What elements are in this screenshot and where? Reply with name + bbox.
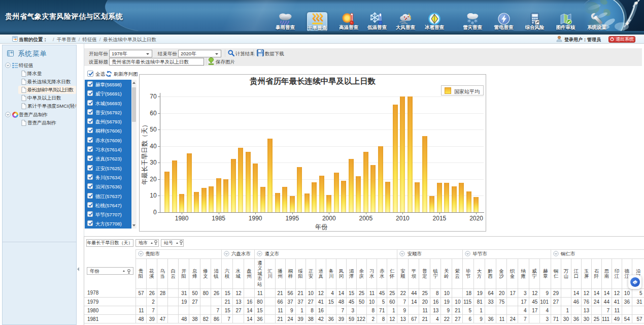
city-group-0[interactable]: 贵阳市 xyxy=(135,250,222,259)
city-group-4[interactable]: 毕节市 xyxy=(463,250,551,259)
station-column-header[interactable]: 纳雍 xyxy=(518,259,529,289)
data-download-button[interactable]: 数据下载 xyxy=(265,51,284,57)
station-column-header[interactable]: 绥阳 xyxy=(295,259,306,289)
city-group-1[interactable]: 六盘水市 xyxy=(222,250,255,259)
station-checkbox[interactable] xyxy=(87,183,93,189)
collapse-icon[interactable] xyxy=(553,251,559,256)
breadcrumb-item[interactable]: 特征值 xyxy=(82,37,97,42)
year-filter-box[interactable]: 年份 xyxy=(87,267,133,275)
station-column-header[interactable]: 铜仁 xyxy=(551,259,561,289)
collapse-icon[interactable] xyxy=(138,251,144,256)
station-column-header[interactable]: 修文 xyxy=(200,259,211,289)
station-checkbox[interactable] xyxy=(87,118,93,124)
splitter-collapse-icon[interactable] xyxy=(77,267,79,271)
station-column-header[interactable]: 织金 xyxy=(507,259,518,289)
chart-title-input[interactable]: 贵州省历年最长连续中旱及以上日数 xyxy=(109,58,204,66)
nav-rainstorm[interactable]: 暴雨普查 xyxy=(275,12,295,31)
station-column-header[interactable]: 余庆 xyxy=(357,259,367,289)
station-item[interactable]: 松桃(57647) xyxy=(85,201,131,210)
start-year-select[interactable]: 1978年 xyxy=(109,50,152,57)
nav-wind[interactable]: 大风普查 xyxy=(395,12,416,31)
tree-group-1[interactable]: 普查产品制作 xyxy=(3,111,76,119)
calc-result-button[interactable]: 计算结果 xyxy=(235,51,255,57)
station-column-header[interactable]: 务川 xyxy=(326,259,336,289)
station-column-header[interactable]: 乌当 xyxy=(157,259,167,289)
station-item[interactable]: 普安(56792) xyxy=(85,108,131,117)
station-column-header[interactable]: 正安 xyxy=(306,259,316,289)
station-column-header[interactable]: 紫云 xyxy=(452,259,463,289)
station-item[interactable]: 水城(56693) xyxy=(85,99,131,108)
select-all-checkbox[interactable] xyxy=(87,71,93,77)
tree-item-0-0[interactable]: 降水量 xyxy=(3,70,76,78)
station-item[interactable]: 德江(57637) xyxy=(85,191,131,201)
station-checkbox[interactable] xyxy=(87,211,93,217)
city-group-5[interactable]: 铜仁市 xyxy=(551,250,644,259)
breadcrumb-item[interactable]: 最长连续中旱及以上日数 xyxy=(103,37,156,42)
station-column-header[interactable]: 普定 xyxy=(419,259,430,289)
station-column-header[interactable]: 花溪 xyxy=(146,259,157,289)
station-column-header[interactable]: 思南 xyxy=(601,259,612,289)
station-item[interactable]: 大方(57708) xyxy=(85,219,131,228)
station-column-header[interactable]: 威宁 xyxy=(529,259,540,289)
station-column-header[interactable]: 道真 xyxy=(316,259,326,289)
station-column-header[interactable]: 白云 xyxy=(168,259,179,289)
station-column-header[interactable]: 汇川 xyxy=(265,259,275,289)
nav-drought[interactable]: 干旱普查 xyxy=(307,12,327,31)
save-image-button[interactable]: 保存图片 xyxy=(216,59,235,66)
collapse-icon[interactable] xyxy=(257,251,262,256)
station-column-header[interactable]: 仁怀 xyxy=(387,259,397,289)
station-column-header[interactable]: 石阡 xyxy=(591,259,601,289)
station-column-header[interactable]: 播州 xyxy=(275,259,285,289)
station-column-header[interactable]: 开阳 xyxy=(179,259,189,289)
station-column-header[interactable]: 平坝 xyxy=(408,259,419,289)
station-item[interactable]: 道真(57623) xyxy=(85,154,131,163)
station-checkbox[interactable] xyxy=(87,137,93,143)
station-list-scrollbar[interactable] xyxy=(131,80,137,229)
city-group-2[interactable]: 遵义市 xyxy=(255,250,397,259)
station-column-header[interactable]: 清镇 xyxy=(211,259,221,289)
station-checkbox[interactable] xyxy=(87,174,93,180)
station-item[interactable]: 沿河(57636) xyxy=(85,182,131,191)
station-checkbox[interactable] xyxy=(87,109,93,115)
station-item[interactable]: 赫章(56598) xyxy=(85,80,131,89)
station-checkbox[interactable] xyxy=(87,81,93,87)
station-checkbox[interactable] xyxy=(87,146,93,152)
station-checkbox[interactable] xyxy=(87,90,93,96)
nav-composite-risk[interactable]: 综合风险 xyxy=(525,12,545,31)
nav-snow[interactable]: 雪灾普查 xyxy=(462,12,483,31)
end-year-select[interactable]: 2020年 xyxy=(178,50,221,57)
group-by-station-button[interactable]: 站号 xyxy=(161,239,184,247)
tree-item-0-2[interactable]: 最长连续中旱及以上日数 xyxy=(3,86,76,94)
station-checkbox[interactable] xyxy=(87,100,93,106)
tree-item-0-4[interactable]: 累计干旱强度SMCI(轻旱及以 xyxy=(3,102,76,110)
scroll-down-button[interactable] xyxy=(131,222,137,229)
logout-button[interactable]: 退出系统 xyxy=(608,36,635,43)
station-column-header[interactable]: 贵阳 xyxy=(135,259,146,289)
station-column-header[interactable]: 盘州 xyxy=(244,259,255,289)
nav-hail[interactable]: 冰雹普查 xyxy=(424,12,445,31)
station-column-header[interactable]: 桐梓 xyxy=(285,259,295,289)
station-item[interactable]: 正安(57625) xyxy=(85,164,131,173)
scroll-up-button[interactable] xyxy=(131,80,137,86)
station-item[interactable]: 威宁(56691) xyxy=(85,89,131,98)
refresh-icon[interactable] xyxy=(106,71,112,77)
station-column-header[interactable]: 湄潭 xyxy=(346,259,356,289)
collapse-icon[interactable] xyxy=(399,251,405,256)
station-column-header[interactable]: 六枝 xyxy=(222,259,233,289)
collapse-icon[interactable] xyxy=(5,112,11,117)
station-column-header[interactable]: 镇宁 xyxy=(430,259,441,289)
nav-high-temp[interactable]: 高温普查 xyxy=(338,12,359,31)
breadcrumb-item[interactable]: 干旱普查 xyxy=(57,37,76,42)
station-column-header[interactable]: 关岭 xyxy=(441,259,452,289)
station-column-header[interactable]: 毕节 xyxy=(463,259,474,289)
station-checkbox[interactable] xyxy=(87,155,93,161)
collapse-icon[interactable] xyxy=(224,251,229,256)
station-column-header[interactable]: 玉屏 xyxy=(581,259,591,289)
station-item[interactable]: 习水(57614) xyxy=(85,145,131,154)
scrollbar-thumb[interactable] xyxy=(132,87,136,122)
tree-item-1-0[interactable]: 普查产品制作 xyxy=(3,119,76,127)
station-item[interactable]: 毕节(57707) xyxy=(85,210,131,219)
station-column-header[interactable]: 黔西 xyxy=(485,259,496,289)
collapse-icon[interactable] xyxy=(5,62,11,68)
collapse-icon[interactable] xyxy=(465,251,470,256)
